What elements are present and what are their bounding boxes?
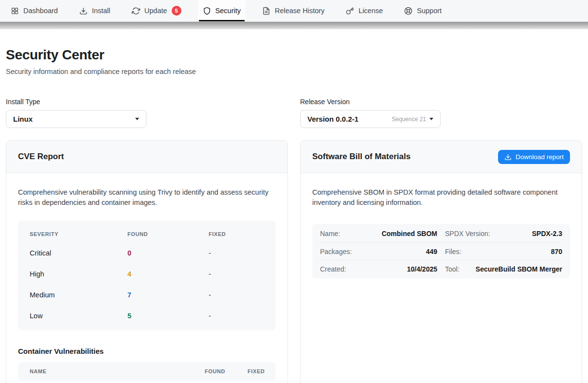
tab-license[interactable]: License — [341, 0, 388, 21]
detail-label: SPDX Version: — [445, 230, 490, 237]
found-count: 0 — [127, 249, 209, 257]
update-count-badge: 5 — [172, 6, 181, 16]
severity-label: Critical — [30, 249, 127, 257]
sbom-detail-row: Created:10/4/2025 Tool:SecureBuild SBOM … — [320, 260, 562, 277]
page-header: Security Center Security information and… — [0, 29, 588, 75]
cve-card-header: CVE Report — [6, 141, 287, 173]
install-type-value: Linux — [13, 115, 135, 123]
fixed-count: - — [209, 249, 264, 257]
detail-value: Combined SBOM — [340, 230, 437, 237]
sbom-card-title: Software Bill of Materials — [312, 152, 410, 162]
dashboard-grid-icon — [11, 7, 19, 15]
release-sequence: Sequence 21 — [392, 116, 426, 123]
cve-card-title: CVE Report — [18, 152, 64, 162]
column-header: NAME — [30, 368, 205, 374]
severity-table: SEVERITY FOUND FIXED Critical 0 - High 4… — [18, 220, 276, 330]
release-version-select[interactable]: Version 0.0.2-1 Sequence 21 — [300, 110, 441, 128]
top-navigation: Dashboard Install Update 5 Security Rele… — [0, 0, 588, 22]
found-count: 7 — [127, 291, 209, 299]
download-icon — [504, 153, 512, 161]
detail-label: Tool: — [445, 265, 460, 273]
cve-card-body: Comprehensive vulnerability scanning usi… — [6, 173, 287, 383]
sbom-detail-row: Packages:449 Files:870 — [320, 242, 562, 260]
sbom-card-body: Comprehensive SBOM in SPDX format provid… — [301, 173, 582, 290]
sbom-detail-row: Name:Combined SBOM SPDX Version:SPDX-2.3 — [320, 225, 562, 242]
install-type-select[interactable]: Linux — [6, 110, 146, 128]
download-icon — [79, 7, 88, 15]
chevron-down-icon — [135, 118, 139, 120]
tab-label: License — [358, 7, 383, 15]
table-row: Critical 0 - — [30, 243, 264, 264]
container-vulnerabilities-title: Container Vulnerabilities — [18, 347, 276, 355]
document-icon — [262, 7, 270, 15]
tab-security[interactable]: Security — [198, 0, 246, 21]
lifebuoy-icon — [404, 7, 412, 15]
fixed-count: - — [209, 312, 264, 320]
severity-label: Medium — [30, 291, 127, 299]
severity-table-header: SEVERITY FOUND FIXED — [30, 228, 264, 243]
column-header: FOUND — [127, 231, 209, 237]
tab-label: Dashboard — [23, 7, 58, 15]
severity-label: Low — [30, 312, 127, 320]
table-row: High 4 - — [30, 264, 264, 285]
container-vulnerabilities-header: NAME FOUND FIXED — [18, 362, 276, 381]
sbom-details: Name:Combined SBOM SPDX Version:SPDX-2.3… — [312, 224, 570, 278]
tab-label: Support — [417, 7, 442, 15]
chevron-down-icon — [429, 118, 433, 120]
cve-report-card: CVE Report Comprehensive vulnerability s… — [6, 140, 288, 383]
column-header: FIXED — [248, 368, 268, 374]
detail-label: Files: — [445, 248, 461, 255]
shield-icon — [203, 7, 211, 15]
tab-install[interactable]: Install — [74, 0, 115, 21]
detail-label: Created: — [320, 265, 346, 273]
detail-value: 10/4/2025 — [346, 265, 437, 273]
install-type-filter: Install Type Linux — [6, 98, 288, 128]
tab-label: Install — [92, 7, 110, 15]
filters-row: Install Type Linux Release Version Versi… — [0, 98, 588, 128]
page-title: Security Center — [6, 47, 582, 63]
refresh-icon — [132, 7, 140, 15]
release-version-filter: Release Version Version 0.0.2-1 Sequence… — [300, 98, 582, 128]
page-subtitle: Security information and compliance repo… — [6, 68, 582, 75]
key-icon — [346, 7, 354, 15]
severity-label: High — [30, 270, 127, 278]
horizontal-scrollbar[interactable] — [0, 22, 588, 29]
column-header: FOUND — [205, 368, 248, 374]
release-version-label: Release Version — [300, 98, 582, 106]
download-report-button[interactable]: Download report — [498, 150, 570, 164]
detail-value: 449 — [352, 248, 437, 255]
sbom-description: Comprehensive SBOM in SPDX format provid… — [312, 187, 570, 208]
detail-label: Name: — [320, 230, 340, 237]
detail-value: 870 — [461, 248, 562, 255]
table-row: Medium 7 - — [30, 285, 264, 306]
tab-label: Release History — [275, 7, 324, 15]
content-cards: CVE Report Comprehensive vulnerability s… — [0, 140, 588, 383]
detail-value: SecureBuild SBOM Merger — [460, 265, 562, 273]
found-count: 5 — [127, 312, 209, 320]
found-count: 4 — [127, 270, 209, 278]
tab-update[interactable]: Update 5 — [127, 0, 186, 21]
detail-label: Packages: — [320, 248, 352, 255]
tab-label: Update — [144, 7, 167, 15]
cve-description: Comprehensive vulnerability scanning usi… — [18, 187, 276, 208]
download-report-label: Download report — [516, 153, 564, 161]
release-version-value: Version 0.0.2-1 — [307, 115, 392, 123]
tab-release-history[interactable]: Release History — [257, 0, 329, 21]
fixed-count: - — [209, 291, 264, 299]
table-row: Low 5 - — [30, 306, 264, 327]
tab-label: Security — [215, 7, 241, 15]
sbom-card: Software Bill of Materials Download repo… — [300, 140, 582, 383]
sbom-card-header: Software Bill of Materials Download repo… — [301, 141, 582, 173]
column-header: FIXED — [209, 231, 264, 237]
tab-support[interactable]: Support — [399, 0, 446, 21]
fixed-count: - — [209, 270, 264, 278]
column-header: SEVERITY — [30, 231, 127, 237]
tab-dashboard[interactable]: Dashboard — [6, 0, 63, 21]
detail-value: SPDX-2.3 — [490, 230, 562, 237]
install-type-label: Install Type — [6, 98, 288, 106]
